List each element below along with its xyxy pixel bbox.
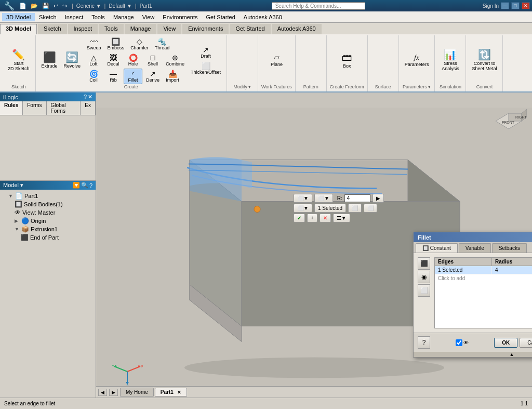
parameters-btn[interactable]: 𝑓𝑥 Parameters (402, 46, 432, 75)
tab-view[interactable]: View (157, 24, 181, 34)
rib-btn[interactable]: — Rib (104, 69, 123, 84)
search-input[interactable] (272, 2, 365, 10)
fillet-tab-constant[interactable]: 🔲 Constant (416, 243, 458, 253)
sign-in-btn[interactable]: Sign In (483, 3, 499, 9)
fillet-dialog-title[interactable]: Fillet ✕ (414, 232, 532, 242)
maximize-btn[interactable]: □ (511, 2, 520, 9)
tree-item-extrusion1[interactable]: ▼ 📦 Extrusion1 (2, 225, 94, 233)
ilogic-help-btn[interactable]: ? (84, 94, 87, 100)
fillet-btn3[interactable]: ⬜ (364, 204, 377, 213)
thread-btn[interactable]: 🔩 Thread (152, 36, 172, 52)
sweep-btn[interactable]: 〰 Sweep (84, 36, 104, 52)
fillet-ok-mini-btn[interactable]: ✔ (294, 214, 305, 222)
plane-btn[interactable]: ▱ Plane (267, 46, 286, 75)
radius-input[interactable] (344, 194, 370, 202)
tab-part1-close[interactable]: ✕ (177, 390, 181, 395)
shell-btn[interactable]: □ Shell (143, 52, 162, 68)
menu-3dmodel[interactable]: 3D Model (2, 13, 35, 21)
tab-part1[interactable]: Part1 ✕ (155, 388, 187, 397)
fillet-icon-btn-2[interactable]: ◉ (418, 271, 430, 283)
save-btn[interactable]: 💾 (41, 2, 51, 10)
menu-inspect[interactable]: Inspect (61, 13, 87, 21)
tab-sketch[interactable]: Sketch (38, 24, 67, 34)
loft-btn[interactable]: △ Loft (84, 52, 103, 68)
fillet-btn2[interactable]: ⬜ (348, 204, 362, 213)
fillet-mode-btn2[interactable]: ⬜▼ (314, 194, 333, 203)
new-btn[interactable]: 📄 (18, 2, 28, 10)
menu-a360[interactable]: Autodesk A360 (240, 13, 286, 21)
tab-tools[interactable]: Tools (99, 24, 124, 34)
fillet-icon-btn-3[interactable]: ⬜ (418, 284, 430, 297)
tree-item-origin[interactable]: ▶ 🔵 Origin (2, 217, 94, 225)
ilogic-close-btn[interactable]: ✕ (88, 94, 92, 100)
fillet-help-btn[interactable]: ? (418, 336, 430, 349)
fillet-table-row[interactable]: 1 Selected 4 ⬜▼ (435, 266, 532, 274)
fillet-resize-handle[interactable]: ▲ (414, 352, 532, 357)
tree-item-solidbodies[interactable]: 🔲 Solid Bodies(1) (2, 200, 94, 208)
stress-analysis-btn[interactable]: 📊 StressAnalysis (439, 46, 462, 75)
thicken-offset-btn[interactable]: ⬜ Thicken/Offset (188, 61, 223, 76)
model-filter-btn[interactable]: 🔽 (73, 182, 80, 189)
menu-getstarted[interactable]: Get Started (202, 13, 240, 21)
revolve-btn[interactable]: 🔄 Revolve (61, 46, 84, 75)
model-search-btn[interactable]: 🔍 (81, 182, 88, 189)
fillet-tab-variable[interactable]: Variable (459, 243, 491, 253)
minimize-btn[interactable]: ─ (501, 2, 509, 9)
selected-display[interactable]: 1 Selected (314, 204, 346, 213)
fillet-tab-setbacks[interactable]: Setbacks (492, 243, 527, 253)
menu-tools[interactable]: Tools (87, 13, 109, 21)
ilogic-tab-ex[interactable]: Ex (81, 101, 96, 115)
combine-btn[interactable]: ⊕ Combine (163, 52, 187, 68)
fillet-btn[interactable]: ◜ Fillet (124, 69, 142, 84)
tree-item-viewmaster[interactable]: 👁 View: Master (2, 208, 94, 217)
fillet-options-mini-btn[interactable]: ☰▼ (333, 214, 350, 222)
radius-expand-btn[interactable]: ▶ (373, 194, 384, 203)
redo-btn[interactable]: ↪ (61, 2, 69, 10)
fillet-cancel-btn[interactable]: Cancel (520, 338, 532, 348)
menu-view[interactable]: View (138, 13, 159, 21)
fillet-add-mini-btn[interactable]: + (307, 214, 317, 222)
emboss-btn[interactable]: 🔲 Emboss (105, 36, 127, 52)
decal-btn[interactable]: 🖼 Decal (104, 52, 123, 68)
tab-environments[interactable]: Environments (182, 24, 229, 34)
tab-getstarted[interactable]: Get Started (230, 24, 270, 34)
fillet-select-btn[interactable]: ⬜▼ (294, 204, 312, 213)
view-cube[interactable]: FRONT RIGHT (490, 103, 527, 139)
hole-btn[interactable]: ⭕ Hole (124, 52, 142, 68)
chamfer-btn[interactable]: ◇ Chamfer (128, 36, 151, 52)
tab-nav-next[interactable]: ▶ (109, 389, 118, 396)
model-help-btn[interactable]: ? (89, 182, 92, 189)
tree-item-part1[interactable]: ▼ 📄 Part1 (2, 192, 94, 200)
fillet-preview-checkbox[interactable] (456, 339, 462, 346)
derive-btn[interactable]: ↗ Derive (143, 69, 162, 84)
import-btn[interactable]: 📥 Import (163, 69, 182, 84)
profile-selector[interactable]: Generic ▼ (76, 3, 101, 9)
tab-myhome[interactable]: My Home (120, 388, 154, 397)
tree-item-endofpart[interactable]: ⬛ End of Part (2, 233, 94, 242)
coil-btn[interactable]: 🌀 Coil (84, 69, 103, 84)
undo-btn[interactable]: ↩ (52, 2, 60, 10)
tab-inspect[interactable]: Inspect (68, 24, 98, 34)
tab-3dmodel[interactable]: 3D Model (0, 24, 37, 34)
fillet-ok-btn[interactable]: OK (494, 338, 517, 348)
tab-nav-prev[interactable]: ◀ (98, 389, 107, 396)
ilogic-tab-forms[interactable]: Forms (23, 101, 46, 115)
convert-sheet-metal-btn[interactable]: 🔃 Convert toSheet Metal (469, 46, 499, 75)
fillet-icon-btn-1[interactable]: ⬛ (418, 257, 430, 270)
menu-environments[interactable]: Environments (158, 13, 202, 21)
ilogic-tab-rules[interactable]: Rules (0, 101, 23, 115)
tab-manage[interactable]: Manage (125, 24, 157, 34)
box-btn[interactable]: 🗃 Box (338, 46, 356, 75)
menu-sketch[interactable]: Sketch (35, 13, 61, 21)
viewport[interactable]: FRONT RIGHT ⬜▼ ⬜▼ R: ▶ ⬜▼ 1 Selected ⬜ ⬜… (96, 93, 532, 409)
extrude-btn[interactable]: ⬛ Extrude (39, 46, 60, 75)
close-btn[interactable]: ✕ (522, 2, 530, 9)
fillet-add-row[interactable]: Click to add (435, 274, 532, 282)
menu-manage[interactable]: Manage (109, 13, 138, 21)
environment-selector[interactable]: Default ▼ (109, 3, 131, 9)
open-btn[interactable]: 📂 (29, 2, 39, 10)
tab-a360[interactable]: Autodesk A360 (272, 24, 322, 34)
start-2d-sketch-btn[interactable]: ✏️ Start2D Sketch (5, 46, 32, 75)
ilogic-tab-globalforms[interactable]: Global Forms (47, 101, 81, 115)
fillet-cancel-mini-btn[interactable]: ✕ (320, 214, 331, 222)
